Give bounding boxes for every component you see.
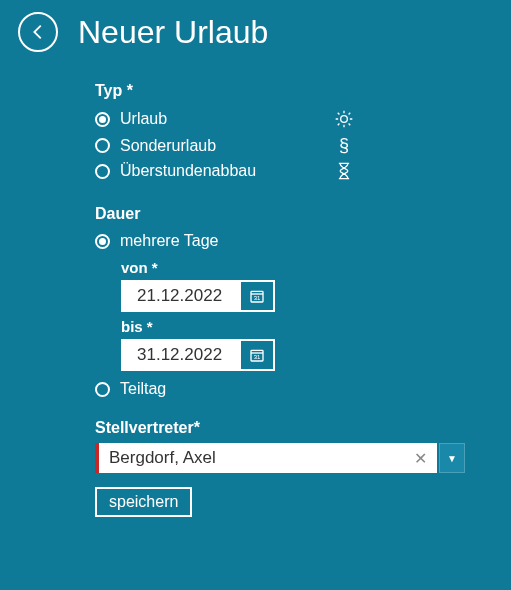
type-urlaub-radio[interactable] — [95, 112, 110, 127]
hourglass-icon — [333, 162, 355, 180]
calendar-icon: 31 — [249, 288, 265, 304]
substitute-label: Stellvertreter* — [95, 419, 493, 437]
duration-partial-radio[interactable] — [95, 382, 110, 397]
substitute-clear-button[interactable]: ✕ — [410, 449, 431, 468]
to-date-input[interactable] — [123, 341, 241, 369]
from-date-input[interactable] — [123, 282, 241, 310]
duration-multi-radio[interactable] — [95, 234, 110, 249]
type-uberstunden-radio[interactable] — [95, 164, 110, 179]
type-label: Typ * — [95, 82, 493, 100]
type-sonderurlaub-radio[interactable] — [95, 138, 110, 153]
to-date-box: 31 — [121, 339, 275, 371]
arrow-left-icon — [27, 21, 49, 43]
type-uberstunden-label: Überstundenabbau — [120, 162, 256, 180]
sun-icon — [333, 109, 355, 129]
duration-multi-label: mehrere Tage — [120, 232, 218, 250]
duration-label: Dauer — [95, 205, 493, 223]
svg-text:31: 31 — [254, 354, 261, 360]
to-date-calendar-button[interactable]: 31 — [241, 341, 273, 369]
substitute-dropdown-button[interactable]: ▼ — [439, 443, 465, 473]
svg-point-0 — [341, 116, 348, 123]
chevron-down-icon: ▼ — [447, 453, 457, 464]
type-urlaub-label: Urlaub — [120, 110, 167, 128]
duration-partial-label: Teiltag — [120, 380, 166, 398]
substitute-input[interactable] — [109, 448, 410, 468]
calendar-icon: 31 — [249, 347, 265, 363]
paragraph-icon: § — [333, 135, 355, 156]
from-label: von * — [121, 259, 493, 276]
from-date-box: 31 — [121, 280, 275, 312]
back-button[interactable] — [18, 12, 58, 52]
svg-text:31: 31 — [254, 295, 261, 301]
page-title: Neuer Urlaub — [78, 14, 268, 51]
to-label: bis * — [121, 318, 493, 335]
from-date-calendar-button[interactable]: 31 — [241, 282, 273, 310]
type-sonderurlaub-label: Sonderurlaub — [120, 137, 216, 155]
save-button[interactable]: speichern — [95, 487, 192, 517]
